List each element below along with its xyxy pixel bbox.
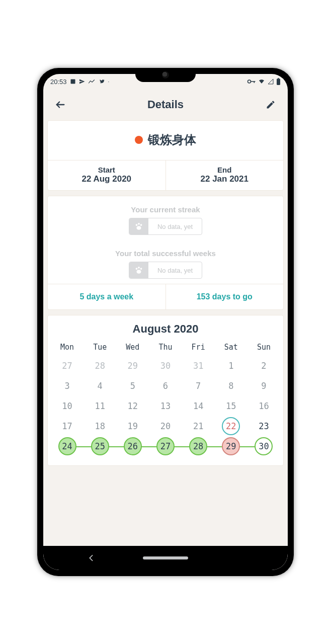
calendar-day[interactable]: 17: [51, 416, 84, 436]
arrow-left-icon: [55, 99, 66, 110]
back-button[interactable]: [52, 97, 68, 113]
calendar-day[interactable]: 22: [215, 416, 247, 436]
calendar-day[interactable]: 1: [215, 356, 247, 376]
svg-point-14: [136, 270, 141, 274]
calendar-day[interactable]: 8: [215, 376, 247, 396]
svg-rect-3: [254, 81, 255, 83]
send-icon: [79, 78, 85, 85]
edit-button[interactable]: [263, 97, 279, 113]
nav-back-icon[interactable]: [88, 554, 94, 561]
weekday-label: Sun: [247, 343, 280, 352]
image-icon: [70, 78, 76, 85]
calendar-day[interactable]: 30: [149, 356, 182, 376]
weekday-label: Fri: [182, 343, 215, 352]
total-weeks-label: Your total successful weeks: [48, 249, 283, 258]
svg-rect-2: [251, 81, 256, 82]
weekday-header-row: MonTueWedThuFriSatSun: [51, 343, 280, 352]
calendar-day[interactable]: 11: [84, 396, 116, 416]
habit-name: 锻炼身体: [148, 132, 196, 148]
calendar-day[interactable]: 15: [215, 396, 247, 416]
end-label: End: [166, 166, 284, 174]
streak-card: Your current streak No data, yet Your to…: [47, 196, 284, 310]
calendar-day[interactable]: 3: [51, 376, 84, 396]
chart-icon: [88, 79, 95, 84]
pencil-icon: [266, 100, 276, 110]
weekday-label: Tue: [84, 343, 116, 352]
calendar-row: 17181920212223: [51, 416, 280, 436]
habit-card: 锻炼身体 Start 22 Aug 2020 End 22 Jan 2021: [47, 120, 284, 191]
calendar-day[interactable]: 21: [182, 416, 215, 436]
wifi-icon: [258, 78, 265, 85]
svg-point-10: [136, 226, 141, 230]
calendar-day[interactable]: 29: [116, 356, 149, 376]
start-date-cell: Start 22 Aug 2020: [48, 160, 166, 190]
calendar-day[interactable]: 12: [116, 396, 149, 416]
calendar-day[interactable]: 6: [149, 376, 182, 396]
svg-point-8: [138, 223, 140, 225]
end-date-cell: End 22 Jan 2021: [166, 160, 284, 190]
start-value: 22 Aug 2020: [48, 174, 166, 184]
appbar: Details: [43, 89, 288, 120]
svg-rect-5: [278, 78, 279, 78]
remaining-value: 153 days to go: [166, 284, 284, 309]
svg-rect-0: [70, 79, 75, 84]
calendar-day[interactable]: 20: [149, 416, 182, 436]
status-dot-icon: ·: [108, 79, 110, 85]
start-label: Start: [48, 166, 166, 174]
frequency-value: 5 days a week: [48, 284, 166, 309]
paw-icon: [129, 262, 148, 278]
android-navbar: [43, 546, 288, 570]
signal-icon: [267, 78, 274, 85]
calendar-day[interactable]: 5: [116, 376, 149, 396]
phone-notch: [135, 68, 196, 82]
calendar-day[interactable]: 4: [84, 376, 116, 396]
svg-point-1: [248, 80, 251, 83]
calendar-row: 24252627282930: [51, 436, 280, 456]
calendar-day[interactable]: 14: [182, 396, 215, 416]
calendar-day[interactable]: 13: [149, 396, 182, 416]
svg-point-12: [138, 267, 140, 269]
nav-home-pill[interactable]: [143, 556, 188, 559]
calendar-card: August 2020 MonTueWedThuFriSatSun 272829…: [47, 315, 284, 466]
svg-rect-4: [277, 78, 280, 85]
habit-color-dot: [135, 136, 143, 144]
svg-point-7: [136, 224, 138, 226]
calendar-day[interactable]: 27: [51, 356, 84, 376]
phone-frame: 20:53 · Details: [37, 68, 294, 576]
weekday-label: Thu: [149, 343, 182, 352]
end-value: 22 Jan 2021: [166, 174, 284, 184]
svg-point-13: [140, 268, 142, 270]
calendar-row: 3456789: [51, 376, 280, 396]
calendar-day[interactable]: 18: [84, 416, 116, 436]
vpn-key-icon: [247, 78, 256, 85]
month-title: August 2020: [51, 323, 280, 336]
calendar-day[interactable]: 16: [247, 396, 280, 416]
total-weeks-badge: No data, yet: [129, 262, 202, 279]
current-streak-value: No data, yet: [148, 223, 202, 230]
status-time: 20:53: [50, 78, 67, 86]
svg-point-9: [140, 224, 142, 226]
calendar-day[interactable]: 9: [247, 376, 280, 396]
paw-icon: [129, 218, 148, 234]
calendar-row: 10111213141516: [51, 396, 280, 416]
calendar-row: 272829303112: [51, 356, 280, 376]
svg-point-11: [136, 268, 138, 270]
calendar-day[interactable]: 7: [182, 376, 215, 396]
total-weeks-value: No data, yet: [148, 267, 202, 274]
weekday-label: Mon: [51, 343, 84, 352]
date-range-row: Start 22 Aug 2020 End 22 Jan 2021: [48, 160, 283, 190]
calendar-day[interactable]: 28: [84, 356, 116, 376]
twitter-icon: [98, 78, 105, 85]
calendar-day[interactable]: 31: [182, 356, 215, 376]
calendar-day[interactable]: 2: [247, 356, 280, 376]
current-streak-badge: No data, yet: [129, 218, 202, 235]
calendar-day[interactable]: 23: [247, 416, 280, 436]
current-streak-label: Your current streak: [48, 205, 283, 214]
calendar-day[interactable]: 19: [116, 416, 149, 436]
calendar-day[interactable]: 10: [51, 396, 84, 416]
page-title: Details: [147, 98, 184, 111]
weekday-label: Wed: [116, 343, 149, 352]
battery-icon: [276, 78, 281, 85]
screen: 20:53 · Details: [43, 74, 288, 570]
calendar-grid: 2728293031123456789101112131415161718192…: [51, 356, 280, 456]
